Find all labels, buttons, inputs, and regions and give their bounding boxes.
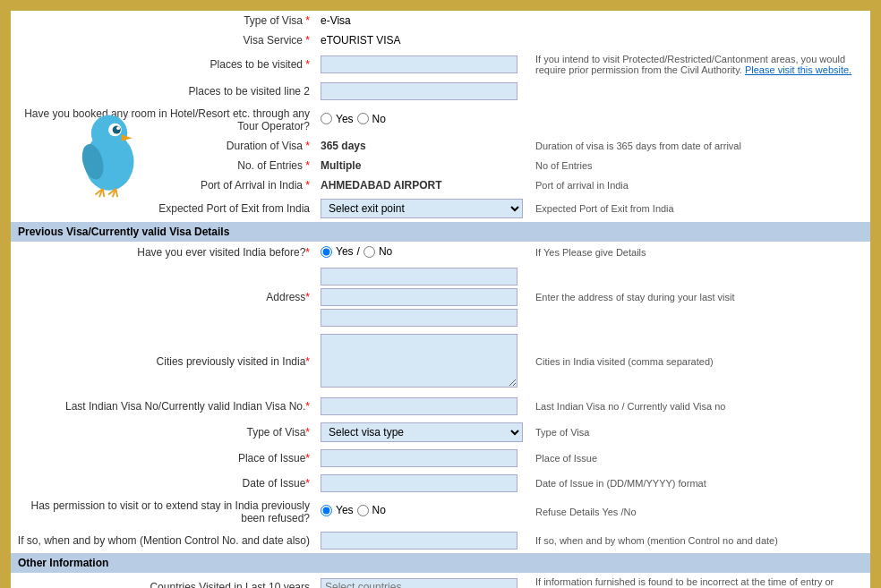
places-visited-cell bbox=[315, 50, 530, 79]
duration-label: Duration of Visa * bbox=[11, 136, 315, 156]
refused-help: Refuse Details Yes /No bbox=[530, 496, 870, 528]
places-visited-row: Places to be visited * If you intend to … bbox=[11, 50, 870, 79]
type-visa2-label: Type of Visa* bbox=[11, 419, 315, 446]
duration-value: 365 days bbox=[315, 136, 530, 156]
refused-detail-label: If so, when and by whom (Mention Control… bbox=[11, 528, 315, 553]
main-form-table: Type of Visa * e-Visa Visa Service * eTO… bbox=[11, 11, 870, 588]
place-issue-input[interactable] bbox=[321, 449, 517, 467]
section-other-row: Other Information bbox=[11, 553, 870, 573]
date-issue-help: Date of Issue in (DD/MM/YYYY) format bbox=[530, 471, 870, 496]
refused-detail-row: If so, when and by whom (Mention Control… bbox=[11, 528, 870, 553]
type-of-visa-label: Type of Visa * bbox=[11, 11, 315, 30]
visited-no-radio[interactable] bbox=[364, 246, 375, 258]
cities-label: Cities previously visited in India* bbox=[11, 330, 315, 394]
please-visit-link[interactable]: Please visit this website. bbox=[745, 64, 851, 75]
type-of-visa-value: e-Visa bbox=[315, 11, 530, 30]
no-entries-value: Multiple bbox=[315, 156, 530, 175]
place-issue-row: Place of Issue* Place of Issue bbox=[11, 446, 870, 471]
last-visa-help: Last Indian Visa no / Currently valid Vi… bbox=[530, 394, 870, 419]
last-visa-row: Last Indian Visa No/Currently valid Indi… bbox=[11, 394, 870, 419]
countries-row: Countries Visited in Last 10 years If in… bbox=[11, 573, 870, 589]
cities-row: Cities previously visited in India* Citi… bbox=[11, 330, 870, 394]
refused-row: Has permission to visit or to extend sta… bbox=[11, 496, 870, 528]
svg-line-9 bbox=[103, 189, 105, 197]
visited-before-radio: Yes / No bbox=[321, 245, 392, 258]
port-exit-help: Expected Port of Exit from India bbox=[530, 195, 870, 222]
visited-before-row: Have you ever visited India before?* Yes… bbox=[11, 242, 870, 264]
address-row: Address* Enter the address of stay durin… bbox=[11, 264, 870, 330]
visa-service-row: Visa Service * eTOURIST VISA bbox=[11, 30, 870, 50]
place-issue-help: Place of Issue bbox=[530, 446, 870, 471]
countries-help: If information furnished is found to be … bbox=[530, 573, 870, 589]
last-visa-label: Last Indian Visa No/Currently valid Indi… bbox=[11, 394, 315, 419]
section-other-header: Other Information bbox=[11, 553, 870, 573]
visa-service-value: eTOURIST VISA bbox=[315, 30, 530, 50]
address-input-3[interactable] bbox=[321, 309, 517, 327]
hotel-booked-no-radio[interactable] bbox=[357, 113, 369, 124]
cities-help: Cities in India visited (comma separated… bbox=[530, 330, 870, 394]
type-visa2-row: Type of Visa* Select visa type Type of V… bbox=[11, 419, 870, 446]
svg-point-4 bbox=[116, 126, 120, 130]
refused-detail-help: If so, when and by whom (mention Control… bbox=[530, 528, 870, 553]
countries-label: Countries Visited in Last 10 years bbox=[11, 573, 315, 589]
date-issue-input[interactable] bbox=[321, 474, 517, 492]
visited-before-label: Have you ever visited India before?* bbox=[11, 242, 315, 264]
section-previous-header: Previous Visa/Currently valid Visa Detai… bbox=[11, 222, 870, 242]
bird-mascot bbox=[64, 100, 163, 201]
hotel-booked-radio: Yes No bbox=[321, 113, 386, 125]
type-visa2-select[interactable]: Select visa type bbox=[321, 422, 523, 442]
port-arrival-label: Port of Arrival in India * bbox=[11, 175, 315, 195]
port-exit-select[interactable]: Select exit point bbox=[321, 199, 523, 218]
address-label: Address* bbox=[11, 264, 315, 330]
countries-input[interactable] bbox=[321, 578, 517, 589]
address-help: Enter the address of stay during your la… bbox=[530, 264, 870, 330]
port-arrival-value: AHMEDABAD AIRPORT bbox=[315, 175, 530, 195]
address-input-2[interactable] bbox=[321, 288, 517, 306]
date-issue-label: Date of Issue* bbox=[11, 471, 315, 496]
port-exit-label: Expected Port of Exit from India bbox=[11, 195, 315, 222]
refused-radio: Yes No bbox=[321, 504, 386, 516]
place-issue-label: Place of Issue* bbox=[11, 446, 315, 471]
svg-point-3 bbox=[113, 125, 121, 133]
places-visited-line2-input[interactable] bbox=[321, 82, 517, 100]
hotel-booked-label: Have you booked any room in Hotel/Resort… bbox=[11, 104, 315, 136]
svg-line-12 bbox=[115, 189, 117, 197]
port-arrival-help: Port of arrival in India bbox=[530, 175, 870, 195]
last-visa-input[interactable] bbox=[321, 397, 517, 415]
form-container: IVS GLOBAL Type of Visa * e-Visa Visa Se… bbox=[9, 9, 872, 588]
svg-point-1 bbox=[91, 115, 127, 151]
visited-help: If Yes Please give Details bbox=[530, 242, 870, 264]
type-visa2-help: Type of Visa bbox=[530, 419, 870, 446]
date-issue-row: Date of Issue* Date of Issue in (DD/MM/Y… bbox=[11, 471, 870, 496]
hotel-booked-yes-radio[interactable] bbox=[321, 113, 332, 124]
address-input-1[interactable] bbox=[321, 268, 517, 285]
places-visited-help: If you intend to visit Protected/Restric… bbox=[530, 50, 870, 79]
duration-help: Duration of visa is 365 days from date o… bbox=[530, 136, 870, 156]
places-visited-input[interactable] bbox=[321, 55, 517, 73]
refused-no-radio[interactable] bbox=[357, 505, 369, 516]
section-previous-row: Previous Visa/Currently valid Visa Detai… bbox=[11, 222, 870, 242]
refused-detail-input[interactable] bbox=[321, 532, 517, 550]
refused-label: Has permission to visit or to extend sta… bbox=[11, 496, 315, 528]
visa-service-label: Visa Service * bbox=[11, 30, 315, 50]
places-visited-line2-label: Places to be visited line 2 bbox=[11, 79, 315, 104]
places-visited-label: Places to be visited * bbox=[11, 50, 315, 79]
visited-yes-radio[interactable] bbox=[321, 246, 332, 258]
refused-yes-radio[interactable] bbox=[321, 505, 332, 516]
no-entries-label: No. of Entries * bbox=[11, 156, 315, 175]
cities-textarea[interactable] bbox=[321, 334, 517, 388]
no-entries-help: No of Entries bbox=[530, 156, 870, 175]
type-of-visa-row: Type of Visa * e-Visa bbox=[11, 11, 870, 30]
